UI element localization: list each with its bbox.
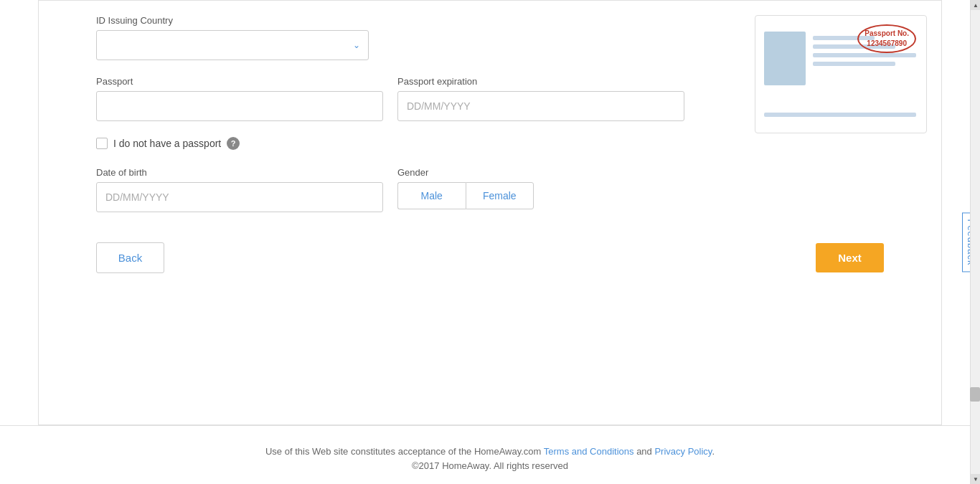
footer-copyright: ©2017 HomeAway. All rights reserved (0, 460, 980, 471)
passport-line (813, 62, 895, 66)
passport-line (813, 53, 916, 57)
footer-text: Use of this Web site constitutes accepta… (0, 446, 980, 457)
no-passport-label: I do not have a passport (113, 138, 221, 149)
footer-suffix: . (712, 446, 715, 457)
passport-expiration-input[interactable] (397, 91, 684, 121)
passport-illustration: Passport No. 1234567890 (755, 15, 927, 133)
dob-col: Date of birth (96, 167, 383, 212)
passport-number-badge: Passport No. 1234567890 (857, 24, 916, 53)
gender-row: Male Female (397, 182, 534, 209)
passport-bottom-line (764, 113, 916, 117)
id-issuing-country-wrapper: ⌄ (96, 30, 369, 60)
passport-field-col: Passport (96, 76, 383, 121)
passport-input[interactable] (96, 91, 383, 121)
scrollbar-track: ▲ ▼ (970, 0, 980, 484)
female-button[interactable]: Female (466, 182, 534, 209)
passport-expiration-label: Passport expiration (397, 76, 684, 87)
male-button[interactable]: Male (397, 182, 466, 209)
no-passport-row: I do not have a passport ? (96, 137, 884, 150)
footer-prefix: Use of this Web site constitutes accepta… (265, 446, 544, 457)
gender-label: Gender (397, 167, 684, 178)
scroll-up-arrow[interactable]: ▲ (971, 0, 980, 10)
terms-link[interactable]: Terms and Conditions (544, 446, 634, 457)
dob-gender-row: Date of birth Gender Male Female (96, 167, 684, 212)
dob-input[interactable] (96, 182, 383, 212)
passport-row: Passport Passport expiration (96, 76, 684, 121)
dob-label: Date of birth (96, 167, 383, 178)
footer-mid: and (634, 446, 655, 457)
passport-expiration-col: Passport expiration (397, 76, 684, 121)
button-row: Back Next (96, 242, 884, 273)
footer: Use of this Web site constitutes accepta… (0, 425, 980, 484)
no-passport-checkbox[interactable] (96, 138, 108, 149)
passport-photo (764, 32, 806, 85)
gender-container: Male Female (397, 182, 534, 209)
back-button[interactable]: Back (96, 242, 164, 273)
id-issuing-country-select[interactable] (96, 30, 369, 60)
privacy-link[interactable]: Privacy Policy (654, 446, 712, 457)
scroll-down-arrow[interactable]: ▼ (971, 474, 980, 484)
scrollbar-thumb[interactable] (970, 387, 980, 402)
passport-label: Passport (96, 76, 383, 87)
gender-col: Gender Male Female (397, 167, 684, 209)
next-button[interactable]: Next (816, 243, 884, 272)
form-container: Passport No. 1234567890 ID Issuing Count… (38, 0, 942, 425)
help-icon[interactable]: ? (227, 137, 240, 150)
